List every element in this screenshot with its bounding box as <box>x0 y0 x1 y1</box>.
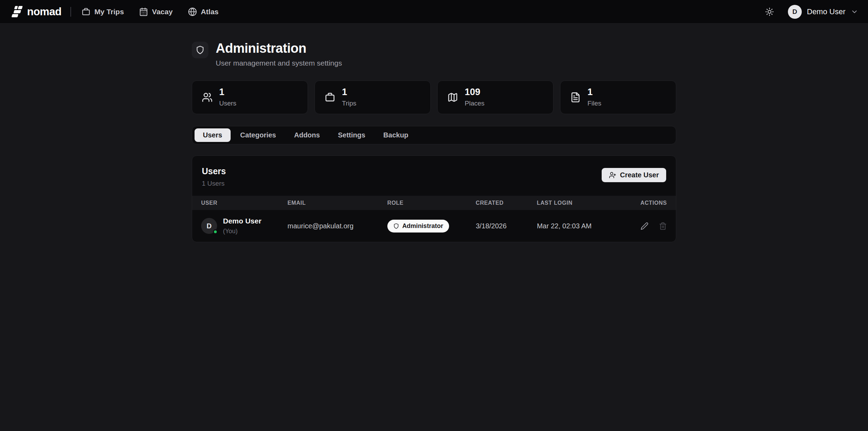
brand-logo[interactable]: nomad <box>10 5 61 18</box>
tab-categories[interactable]: Categories <box>232 128 284 142</box>
stat-label: Users <box>219 100 237 107</box>
role-badge: Administrator <box>387 220 449 233</box>
page-header-text: Administration User management and syste… <box>216 41 342 67</box>
role-label: Administrator <box>402 222 443 230</box>
avatar: D <box>788 5 802 19</box>
table-header: User Email Role Created Last Login Actio… <box>192 196 676 210</box>
user-plus-icon <box>609 171 616 179</box>
stat-card-trips: 1 Trips <box>315 81 431 114</box>
create-user-button[interactable]: Create User <box>602 168 666 182</box>
stat-label: Trips <box>342 100 356 107</box>
nav-item-label: Atlas <box>201 8 218 16</box>
nav-item-atlas[interactable]: Atlas <box>188 7 218 16</box>
user-menu[interactable]: D Demo User <box>788 5 858 19</box>
trash-icon <box>659 222 667 230</box>
avatar: D <box>201 218 217 234</box>
row-email: maurice@pakulat.org <box>287 222 387 230</box>
page-header: Administration User management and syste… <box>192 41 676 67</box>
page-title: Administration <box>216 41 342 56</box>
column-email: Email <box>287 200 387 206</box>
nav-item-label: Vacay <box>152 8 173 16</box>
tab-settings[interactable]: Settings <box>329 128 373 142</box>
calendar-icon <box>139 7 148 16</box>
stat-label: Places <box>465 100 484 107</box>
row-created: 3/18/2026 <box>476 222 537 230</box>
sun-icon <box>765 7 774 16</box>
column-last-login: Last Login <box>537 200 641 206</box>
row-last-login: Mar 22, 02:03 AM <box>537 222 641 230</box>
nav-item-vacay[interactable]: Vacay <box>139 7 173 16</box>
pencil-icon <box>641 222 648 230</box>
page-subtitle: User management and system settings <box>216 59 342 67</box>
stat-cards: 1 Users 1 Trips 109 <box>192 81 676 114</box>
stat-value: 109 <box>465 87 484 97</box>
theme-toggle-button[interactable] <box>765 7 774 16</box>
column-role: Role <box>387 200 476 206</box>
edit-user-button[interactable] <box>641 222 648 230</box>
stat-card-files: 1 Files <box>560 81 676 114</box>
stat-value: 1 <box>587 87 601 97</box>
stat-card-users: 1 Users <box>192 81 308 114</box>
row-you-label: (You) <box>223 228 261 235</box>
briefcase-icon <box>325 92 335 103</box>
shield-icon <box>192 42 208 58</box>
user-cell: D Demo User (You) <box>201 217 287 235</box>
delete-user-button[interactable] <box>659 222 667 230</box>
nav-divider <box>70 7 71 17</box>
admin-tabs: Users Categories Addons Settings Backup <box>192 126 676 144</box>
create-user-label: Create User <box>620 171 659 179</box>
brand-name: nomad <box>27 6 61 18</box>
stat-value: 1 <box>342 87 356 97</box>
tab-users[interactable]: Users <box>195 128 231 142</box>
row-user-name: Demo User <box>223 217 261 225</box>
online-status-dot <box>213 229 218 234</box>
nav-right: D Demo User <box>765 5 858 19</box>
stat-card-places: 109 Places <box>437 81 553 114</box>
users-icon <box>202 92 213 103</box>
tab-backup[interactable]: Backup <box>375 128 416 142</box>
panel-title: Users <box>202 166 226 176</box>
tab-addons[interactable]: Addons <box>286 128 328 142</box>
map-icon <box>447 92 458 103</box>
row-actions <box>641 222 667 230</box>
row-role-cell: Administrator <box>387 220 476 233</box>
file-icon <box>570 92 581 103</box>
nomad-logo-icon <box>10 5 23 18</box>
user-name: Demo User <box>807 7 845 16</box>
admin-page: Administration User management and syste… <box>192 24 676 242</box>
table-row: D Demo User (You) maurice@pakulat.org <box>192 210 676 242</box>
shield-icon <box>393 223 399 229</box>
users-count: 1 Users <box>202 180 226 187</box>
briefcase-icon <box>81 7 91 16</box>
nav-item-my-trips[interactable]: My Trips <box>81 7 124 16</box>
users-panel: Users 1 Users Create User User Email Rol… <box>192 155 676 242</box>
stat-label: Files <box>587 100 601 107</box>
nav-item-label: My Trips <box>94 8 124 16</box>
nav-links: My Trips Vacay Atlas <box>81 7 218 16</box>
stat-value: 1 <box>219 87 237 97</box>
users-panel-title-block: Users 1 Users <box>202 166 226 187</box>
users-panel-header: Users 1 Users Create User <box>192 156 676 196</box>
column-user: User <box>201 200 287 206</box>
column-created: Created <box>476 200 537 206</box>
chevron-down-icon <box>851 8 858 16</box>
globe-icon <box>188 7 197 16</box>
column-actions: Actions <box>641 200 667 206</box>
top-navigation: nomad My Trips Vacay <box>0 0 868 24</box>
